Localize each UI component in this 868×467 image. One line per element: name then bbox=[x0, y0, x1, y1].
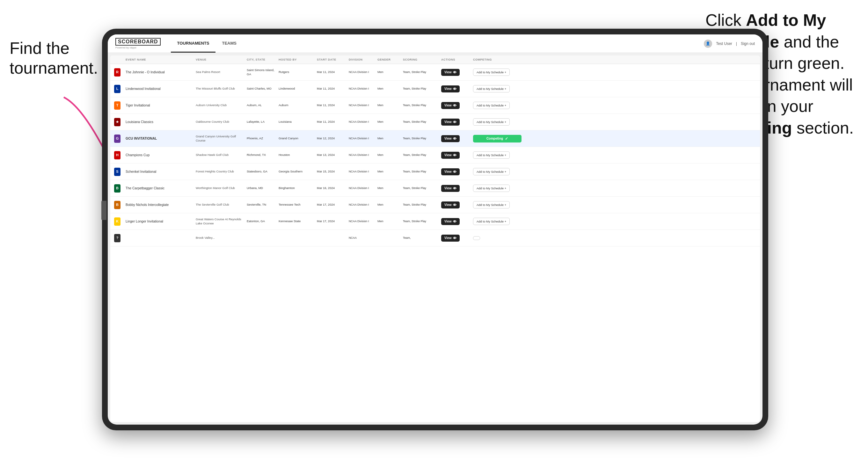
eye-icon: 👁 bbox=[453, 103, 457, 107]
add-to-schedule-button[interactable] bbox=[473, 236, 480, 240]
gender: Men bbox=[376, 101, 402, 109]
add-to-schedule-button[interactable]: Add to My Schedule + bbox=[473, 218, 510, 225]
eye-icon: 👁 bbox=[453, 153, 457, 157]
hosted-by: Louisiana bbox=[277, 118, 316, 126]
view-button[interactable]: View 👁 bbox=[441, 86, 460, 92]
hosted-by: Georgia Southern bbox=[277, 168, 316, 175]
event-name: GCU INVITATIONAL bbox=[124, 134, 194, 143]
view-button[interactable]: View 👁 bbox=[441, 185, 460, 192]
division: NCAA bbox=[347, 234, 376, 242]
team-logo: T bbox=[113, 101, 122, 110]
view-button[interactable]: View 👁 bbox=[441, 168, 460, 175]
add-to-schedule-button[interactable]: Add to My Schedule + bbox=[473, 85, 510, 92]
gender: Men bbox=[376, 118, 402, 126]
event-name: Schenkel Invitational bbox=[124, 168, 194, 176]
city-state: Phoenix, AZ bbox=[245, 134, 277, 142]
view-button[interactable]: View 👁 bbox=[441, 69, 460, 76]
add-to-schedule-button[interactable]: Add to My Schedule + bbox=[473, 185, 510, 192]
start-date: Mar 11, 2024 bbox=[316, 68, 347, 76]
view-button[interactable]: View 👁 bbox=[441, 135, 460, 142]
hosted-by: Kennesaw State bbox=[277, 217, 316, 225]
event-name: Louisiana Classics bbox=[124, 118, 194, 126]
venue: Grand Canyon University Golf Course bbox=[194, 133, 245, 145]
division: NCAA Division I bbox=[347, 168, 376, 176]
actions-cell: View 👁 bbox=[440, 84, 472, 94]
city-state: Auburn, AL bbox=[245, 101, 277, 109]
gender: Men bbox=[376, 201, 402, 209]
scoring: Team, Stroke Play bbox=[402, 168, 440, 176]
col-venue: VENUE bbox=[194, 56, 245, 64]
add-to-schedule-button[interactable]: Add to My Schedule + bbox=[473, 201, 510, 209]
eye-icon: 👁 bbox=[453, 120, 457, 124]
table-row: S Schenkel Invitational Forest Heights C… bbox=[110, 163, 760, 180]
event-name: Lindenwood Invitational bbox=[124, 85, 194, 93]
hosted-by: Auburn bbox=[277, 101, 316, 109]
add-to-schedule-button[interactable]: Add to My Schedule + bbox=[473, 118, 510, 126]
annotation-left: Find the tournament. bbox=[9, 38, 92, 78]
team-logo: ★ bbox=[113, 118, 122, 127]
team-logo: B bbox=[113, 184, 122, 193]
competing-cell: Add to My Schedule + bbox=[472, 150, 523, 161]
col-start-date: START DATE bbox=[316, 56, 347, 64]
add-label: Add to My Schedule + bbox=[476, 70, 506, 74]
eye-icon: 👁 bbox=[453, 236, 457, 240]
gender: Men bbox=[376, 68, 402, 76]
tab-tournaments[interactable]: TOURNAMENTS bbox=[171, 34, 216, 53]
event-name: Bobby Nichols Intercollegiate bbox=[124, 201, 194, 209]
start-date: Mar 17, 2024 bbox=[316, 217, 347, 225]
col-scoring: SCORING bbox=[402, 56, 440, 64]
competing-button[interactable]: Competing ✓ bbox=[473, 135, 522, 143]
event-name: Tiger Invitational bbox=[124, 101, 194, 110]
annotation-right-part3: section. bbox=[792, 119, 854, 137]
city-state: Lafayette, LA bbox=[245, 118, 277, 126]
division: NCAA Division I bbox=[347, 118, 376, 126]
tab-teams[interactable]: TEAMS bbox=[216, 34, 243, 53]
add-to-schedule-button[interactable]: Add to My Schedule + bbox=[473, 102, 510, 109]
table-row: T Tiger Invitational Auburn University C… bbox=[110, 97, 760, 114]
add-to-schedule-button[interactable]: Add to My Schedule + bbox=[473, 168, 510, 175]
check-icon: ✓ bbox=[505, 136, 508, 141]
tablet-frame: SCOREBOARD Powered by clippd TOURNAMENTS… bbox=[102, 29, 768, 430]
city-state: Sevierville, TN bbox=[245, 201, 277, 209]
table-row: G GCU INVITATIONAL Grand Canyon Universi… bbox=[110, 130, 760, 147]
event-name bbox=[124, 236, 194, 240]
view-label: View bbox=[444, 236, 452, 240]
team-logo: ? bbox=[113, 234, 122, 243]
add-to-schedule-button[interactable]: Add to My Schedule + bbox=[473, 151, 510, 159]
venue: Worthington Manor Golf Club bbox=[194, 184, 245, 192]
eye-icon: 👁 bbox=[453, 220, 457, 223]
start-date bbox=[316, 236, 347, 240]
actions-cell: View 👁 bbox=[440, 150, 472, 161]
add-to-schedule-button[interactable]: Add to My Schedule + bbox=[473, 68, 510, 76]
venue: Forest Heights Country Club bbox=[194, 168, 245, 175]
team-logo: H bbox=[113, 151, 122, 160]
competing-label: Competing bbox=[487, 137, 503, 140]
col-competing: COMPETING bbox=[472, 56, 523, 64]
view-button[interactable]: View 👁 bbox=[441, 235, 460, 242]
scoring: Team, Stroke Play bbox=[402, 218, 440, 225]
view-button[interactable]: View 👁 bbox=[441, 152, 460, 159]
competing-cell bbox=[472, 234, 523, 242]
venue: Brook Valley... bbox=[194, 234, 245, 242]
actions-cell: View 👁 bbox=[440, 166, 472, 177]
table-row: K Linger Longer Invitational Great Water… bbox=[110, 213, 760, 230]
city-state: Richmond, TX bbox=[245, 151, 277, 159]
view-button[interactable]: View 👁 bbox=[441, 119, 460, 126]
eye-icon: 👁 bbox=[453, 186, 457, 190]
competing-cell: Add to My Schedule + bbox=[472, 116, 523, 127]
view-label: View bbox=[444, 87, 452, 91]
division: NCAA Division I bbox=[347, 102, 376, 110]
hosted-by bbox=[277, 236, 316, 240]
scoring: Team, Stroke Play bbox=[402, 201, 440, 209]
view-label: View bbox=[444, 70, 452, 74]
col-actions: ACTIONS bbox=[440, 56, 472, 64]
view-button[interactable]: View 👁 bbox=[441, 102, 460, 109]
side-tab[interactable] bbox=[101, 201, 106, 220]
sign-out-link[interactable]: Sign out bbox=[741, 41, 755, 46]
scoring: Team, Stroke Play bbox=[402, 118, 440, 126]
view-button[interactable]: View 👁 bbox=[441, 218, 460, 225]
view-button[interactable]: View 👁 bbox=[441, 201, 460, 209]
table-body: R The Johnnie - O Individual Sea Palms R… bbox=[110, 64, 760, 246]
scoring: Team, Stroke Play bbox=[402, 68, 440, 76]
view-label: View bbox=[444, 153, 452, 157]
